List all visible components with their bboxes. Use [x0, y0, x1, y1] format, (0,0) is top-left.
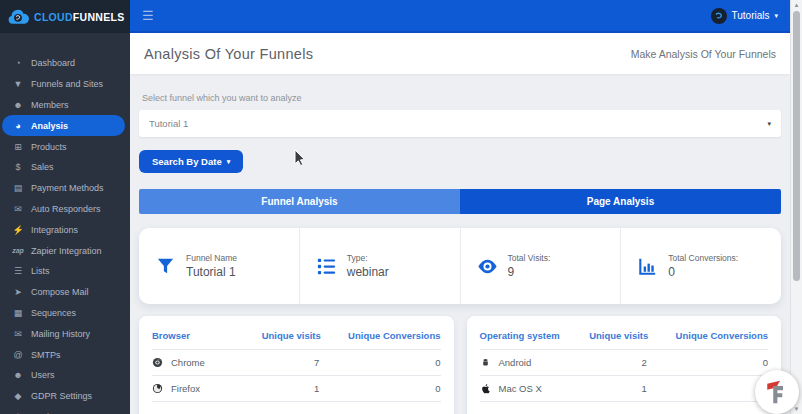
firefox-icon — [152, 383, 163, 394]
tutorials-logo-icon — [711, 8, 727, 24]
sidebar-item-analysis[interactable]: ◕Analysis — [2, 115, 125, 136]
stats-tables: Browser Unique visits Unique Conversions… — [139, 316, 781, 414]
topbar: ☰ Tutorials ▾ — [130, 0, 790, 33]
sidebar-item-products[interactable]: ⊞Products — [0, 136, 130, 157]
table-row: Firefox 1 0 — [152, 376, 441, 402]
search-by-date-button[interactable]: Search By Date ▾ — [139, 150, 243, 173]
page-header: Analysis Of Your Funnels Make Analysis O… — [130, 33, 790, 74]
app-window: CLOUDFUNNELS ◔Dashboard ▼Funnels and Sit… — [0, 0, 802, 414]
eye-icon — [476, 255, 499, 278]
auto-responders-icon: ✉ — [11, 204, 25, 214]
page-scrollbar[interactable]: ▲ ▼ — [790, 0, 802, 414]
brand-logo[interactable]: CLOUDFUNNELS — [0, 0, 130, 33]
sidebar-item-lists[interactable]: ☰Lists — [0, 261, 130, 282]
sidebar-item-mailing-history[interactable]: ✉Mailing History — [0, 323, 130, 344]
analysis-content: Select funnel which you want to analyze … — [130, 74, 790, 414]
users-icon: ☻ — [11, 370, 25, 380]
lists-icon: ☰ — [11, 266, 25, 276]
hamburger-menu-icon[interactable]: ☰ — [142, 8, 154, 23]
sidebar-item-integrations[interactable]: ⚡Integrations — [0, 219, 130, 240]
payment-methods-icon: ▤ — [11, 183, 25, 193]
members-icon: ☻ — [11, 100, 25, 110]
video-watermark-logo — [755, 370, 799, 414]
button-caret-icon: ▾ — [227, 158, 231, 166]
table-row: Chrome 7 0 — [152, 350, 441, 376]
funnel-select-label: Select funnel which you want to analyze — [142, 93, 781, 103]
integrations-icon: ⚡ — [11, 225, 25, 235]
summary-funnel-name: Funnel NameTutorial 1 — [139, 228, 300, 304]
sidebar-item-sequences[interactable]: ▦Sequences — [0, 303, 130, 324]
gauge-icon: ◔ — [11, 58, 25, 68]
filter-icon — [154, 255, 177, 278]
select-caret-icon: ▾ — [767, 120, 771, 128]
tutorials-dropdown[interactable]: Tutorials ▾ — [711, 8, 779, 24]
brand-name: CLOUDFUNNELS — [34, 11, 125, 23]
sidebar-item-sales[interactable]: $Sales — [0, 157, 130, 178]
sidebar-item-zapier-integration[interactable]: zapZapier Integration — [0, 240, 130, 261]
table-row: Android 2 0 — [480, 350, 769, 376]
scrollbar-thumb[interactable] — [793, 11, 800, 281]
sidebar-item-dashboard[interactable]: ◔Dashboard — [0, 53, 130, 74]
sidebar-item-funnels-and-sites[interactable]: ▼Funnels and Sites — [0, 74, 130, 95]
tutorials-label: Tutorials — [732, 10, 770, 21]
main-content: Analysis Of Your Funnels Make Analysis O… — [130, 33, 790, 414]
sidebar-item-payment-methods[interactable]: ▤Payment Methods — [0, 178, 130, 199]
bar-chart-icon — [636, 255, 659, 278]
tab-funnel-analysis[interactable]: Funnel Analysis — [139, 189, 460, 214]
sidebar-item-members[interactable]: ☻Members — [0, 95, 130, 116]
sidebar-item-auto-responders[interactable]: ✉Auto Responders — [0, 199, 130, 220]
gdpr-icon: ◆ — [11, 391, 25, 401]
chrome-icon — [152, 357, 163, 368]
products-icon: ⊞ — [11, 142, 25, 152]
summary-type: Type:webinar — [300, 228, 461, 304]
mailing-history-icon: ✉ — [11, 329, 25, 339]
analysis-tabs: Funnel Analysis Page Analysis — [139, 189, 781, 214]
list-icon — [315, 255, 338, 278]
sidebar-item-compose-mail[interactable]: ➤Compose Mail — [0, 282, 130, 303]
funnel-summary-card: Funnel NameTutorial 1 Type:webinar Total… — [139, 228, 781, 304]
sales-icon: $ — [11, 162, 25, 172]
browser-table-header: Browser Unique visits Unique Conversions — [152, 327, 441, 350]
compose-mail-icon: ➤ — [11, 287, 25, 297]
funnel-icon: ▼ — [11, 79, 25, 89]
tab-page-analysis[interactable]: Page Analysis — [460, 189, 781, 214]
sidebar-item-gdpr-settings[interactable]: ◆GDPR Settings — [0, 386, 130, 407]
chevron-down-icon: ▾ — [774, 12, 778, 20]
browser-table: Browser Unique visits Unique Conversions… — [139, 316, 454, 414]
funnel-select-value: Tutorial 1 — [149, 118, 188, 129]
sidebar-menu: ◔Dashboard ▼Funnels and Sites ☻Members ◕… — [0, 53, 130, 414]
sidebar: CLOUDFUNNELS ◔Dashboard ▼Funnels and Sit… — [0, 0, 130, 414]
analysis-icon: ◕ — [11, 121, 25, 131]
sidebar-item-users[interactable]: ☻Users — [0, 365, 130, 386]
page-title: Analysis Of Your Funnels — [144, 46, 313, 62]
smtp-icon: @ — [11, 350, 25, 360]
scroll-up-icon[interactable]: ▲ — [791, 0, 802, 10]
page-subtitle: Make Analysis Of Your Funnels — [631, 48, 776, 60]
summary-total-conversions: Total Conversions:0 — [621, 228, 781, 304]
cloudfunnels-logo-icon — [6, 8, 30, 25]
sequences-icon: ▦ — [11, 308, 25, 318]
zapier-icon: zap — [11, 247, 25, 254]
funnel-select[interactable]: Tutorial 1 ▾ — [139, 110, 781, 137]
summary-total-visits: Total Visits:9 — [461, 228, 622, 304]
apple-icon — [480, 383, 491, 394]
os-table-header: Operating system Unique visits Unique Co… — [480, 327, 769, 350]
table-row: Mac OS X 1 0 — [480, 376, 769, 402]
os-table: Operating system Unique visits Unique Co… — [467, 316, 782, 414]
android-icon — [480, 357, 491, 368]
sidebar-item-smtps[interactable]: @SMTPs — [0, 344, 130, 365]
sidebar-item-settings[interactable]: ⚙Settings — [0, 407, 130, 414]
